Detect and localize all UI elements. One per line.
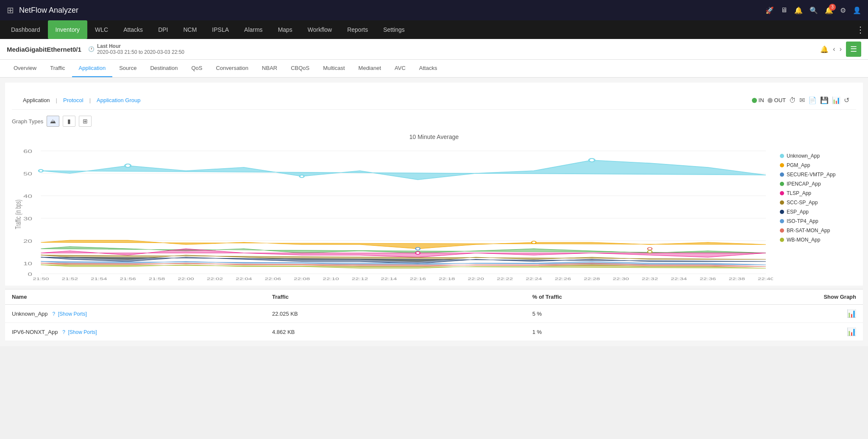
nav-item-workflow[interactable]: Workflow (300, 20, 339, 39)
graph-type-area[interactable]: ⛰ (47, 116, 59, 127)
svg-text:22:26: 22:26 (555, 277, 571, 280)
svg-text:22:24: 22:24 (526, 277, 542, 280)
time-range-label: Last Hour (97, 43, 184, 49)
svg-text:22:12: 22:12 (352, 277, 368, 280)
row-graph-1[interactable]: 📊 (793, 327, 856, 336)
settings-icon[interactable]: ⚙ (840, 6, 846, 14)
graph-type-bar[interactable]: ▮ (63, 116, 75, 127)
nav-item-ncm[interactable]: NCM (175, 20, 204, 39)
tab-nbar[interactable]: NBAR (255, 60, 284, 77)
legend-item: PGM_App (780, 162, 856, 168)
legend-item: ESP_App (780, 209, 856, 215)
legend-dot-scc (780, 200, 784, 205)
col-name[interactable]: Name (12, 294, 272, 300)
out-label: OUT (774, 97, 786, 103)
rocket-icon[interactable]: 🚀 (765, 6, 774, 14)
tab-overview[interactable]: Overview (7, 60, 43, 77)
nav-item-wlc[interactable]: WLC (87, 20, 116, 39)
tab-qos[interactable]: QoS (184, 60, 209, 77)
row-graph-0[interactable]: 📊 (793, 309, 856, 318)
legend-item: WB-MON_App (780, 237, 856, 243)
tab-conversation[interactable]: Conversation (209, 60, 255, 77)
legend-label-iso: ISO-TP4_App (787, 218, 818, 224)
nav-item-alarms[interactable]: Alarms (236, 20, 270, 39)
show-ports-link-1[interactable]: [Show Ports] (68, 329, 97, 335)
tab-traffic[interactable]: Traffic (43, 60, 72, 77)
app-title: NetFlow Analyzer (19, 6, 78, 15)
svg-text:21:58: 21:58 (149, 277, 165, 280)
nav-item-dashboard[interactable]: Dashboard (3, 20, 48, 39)
legend-label-tlsp: TLSP_App (787, 190, 811, 196)
svg-text:22:06: 22:06 (265, 277, 281, 280)
tab-application[interactable]: Application (72, 60, 113, 77)
legend-dot-brsat (780, 228, 784, 233)
nav-item-maps[interactable]: Maps (270, 20, 300, 39)
bar-chart-small-icon-1[interactable]: 📊 (847, 328, 856, 336)
nav-item-reports[interactable]: Reports (339, 20, 376, 39)
alert-bell-icon[interactable]: 🔔 3 (825, 6, 833, 14)
tab-avc[interactable]: AVC (388, 60, 412, 77)
user-icon[interactable]: 👤 (853, 6, 861, 14)
nav-item-inventory[interactable]: Inventory (48, 20, 88, 39)
svg-text:22:22: 22:22 (497, 277, 513, 280)
email-icon[interactable]: ✉ (799, 96, 805, 104)
svg-text:0: 0 (28, 272, 32, 277)
graph-types-row: Graph Types ⛰ ▮ ⊞ (12, 116, 856, 127)
time-info: 🕐 Last Hour 2020-03-03 21:50 to 2020-03-… (88, 43, 184, 55)
tab-medianet[interactable]: Medianet (352, 60, 388, 77)
out-dot (768, 98, 773, 103)
schedule-icon[interactable]: ⏱ (789, 97, 796, 104)
col-traffic: Traffic (272, 294, 532, 300)
notifications-settings-icon[interactable]: 🔔 (820, 45, 829, 53)
svg-text:22:28: 22:28 (584, 277, 600, 280)
legend-item: BR-SAT-MON_App (780, 228, 856, 233)
refresh-icon[interactable]: ↺ (844, 96, 849, 104)
tab-multicast[interactable]: Multicast (316, 60, 351, 77)
svg-text:22:18: 22:18 (439, 277, 455, 280)
save-icon[interactable]: 💾 (820, 96, 829, 104)
graph-type-stacked[interactable]: ⊞ (79, 116, 92, 127)
menu-toggle-button[interactable]: ☰ (846, 42, 861, 57)
filter-application[interactable]: Application (19, 95, 54, 105)
info-bar: MediaGigabitEthernet0/1 🕐 Last Hour 2020… (0, 39, 868, 60)
tab-destination[interactable]: Destination (143, 60, 184, 77)
svg-text:22:40: 22:40 (758, 277, 773, 280)
legend-item: SCC-SP_App (780, 200, 856, 206)
nav-item-ipsla[interactable]: IPSLA (204, 20, 236, 39)
row-name-0: Unknown_App ? [Show Ports] (12, 311, 272, 317)
monitor-icon[interactable]: 🖥 (781, 6, 787, 14)
in-dot (752, 98, 757, 103)
next-icon[interactable]: › (840, 45, 842, 53)
nav-item-dpi[interactable]: DPI (150, 20, 175, 39)
chart-wrapper: 60 50 40 30 20 10 0 Traffic (in bps) (12, 144, 856, 281)
svg-text:22:36: 22:36 (700, 277, 716, 280)
search-icon[interactable]: 🔍 (810, 6, 818, 14)
svg-point-28 (416, 247, 420, 250)
grid-icon[interactable]: ⊞ (7, 5, 14, 15)
bell-icon[interactable]: 🔔 (794, 6, 803, 14)
filter-application-group[interactable]: Application Group (92, 95, 145, 105)
show-ports-link-0[interactable]: [Show Ports] (58, 311, 87, 317)
nav-item-settings[interactable]: Settings (376, 20, 412, 39)
svg-point-30 (531, 241, 536, 244)
pdf-icon[interactable]: 📄 (808, 96, 817, 104)
bar-chart-small-icon-0[interactable]: 📊 (847, 309, 856, 318)
tab-attacks[interactable]: Attacks (412, 60, 444, 77)
svg-text:22:16: 22:16 (410, 277, 426, 280)
tab-cbqos[interactable]: CBQoS (284, 60, 316, 77)
tab-source[interactable]: Source (112, 60, 143, 77)
clock-icon: 🕐 (88, 46, 95, 52)
filter-protocol[interactable]: Protocol (59, 95, 88, 105)
legend-dot-ipencap (780, 182, 784, 186)
nav-more-icon[interactable]: ⋮ (856, 25, 865, 35)
svg-text:21:56: 21:56 (120, 277, 136, 280)
legend-label-secure-vmtp: SECURE-VMTP_App (787, 172, 835, 178)
prev-icon[interactable]: ‹ (833, 45, 835, 53)
col-show-graph: Show Graph (793, 294, 856, 300)
nav-item-attacks[interactable]: Attacks (116, 20, 150, 39)
filter-left: Application | Protocol | Application Gro… (19, 95, 145, 105)
chart-inner: 60 50 40 30 20 10 0 Traffic (in bps) (12, 144, 773, 281)
svg-text:22:00: 22:00 (178, 277, 194, 280)
bar-chart-icon[interactable]: 📊 (832, 96, 840, 104)
svg-text:22:30: 22:30 (613, 277, 629, 280)
